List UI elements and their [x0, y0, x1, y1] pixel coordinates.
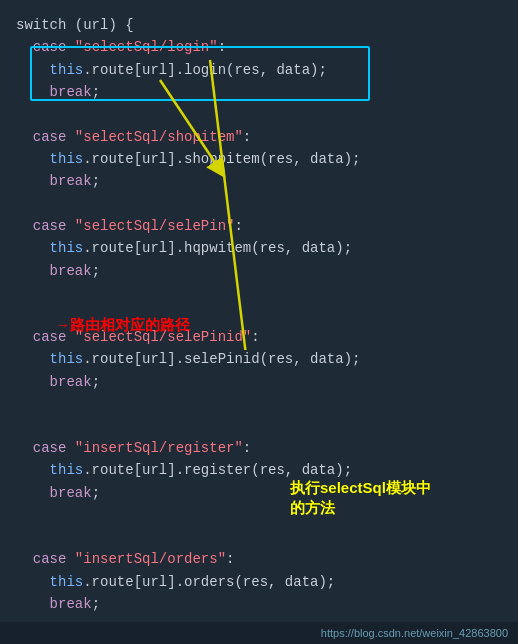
code-line: break;	[16, 482, 502, 504]
code-line	[16, 104, 502, 126]
code-line: this.route[url].hqpwitem(res, data);	[16, 237, 502, 259]
footer-url: https://blog.csdn.net/weixin_42863800	[321, 627, 508, 639]
code-line	[16, 415, 502, 437]
code-line: break;	[16, 170, 502, 192]
code-line: this.route[url].shoppitem(res, data);	[16, 148, 502, 170]
code-line: case "insertSql/orders":	[16, 548, 502, 570]
code-line	[16, 304, 502, 326]
code-line: break;	[16, 81, 502, 103]
code-line	[16, 526, 502, 548]
code-line	[16, 393, 502, 415]
code-line: this.route[url].register(res, data);	[16, 459, 502, 481]
code-line: break;	[16, 371, 502, 393]
code-line: case "selectSql/selePinid":	[16, 326, 502, 348]
code-block: switch (url) { case "selectSql/login": t…	[0, 0, 518, 625]
code-line	[16, 504, 502, 526]
code-line: case "insertSql/register":	[16, 437, 502, 459]
footer-bar: https://blog.csdn.net/weixin_42863800	[0, 622, 518, 644]
code-line	[16, 282, 502, 304]
code-line: this.route[url].login(res, data);	[16, 59, 502, 81]
code-line: switch (url) {	[16, 14, 502, 36]
code-line: break;	[16, 260, 502, 282]
code-line: break;	[16, 593, 502, 615]
code-line: this.route[url].orders(res, data);	[16, 571, 502, 593]
code-line: case "selectSql/login":	[16, 36, 502, 58]
code-line	[16, 193, 502, 215]
code-line: case "selectSql/selePin":	[16, 215, 502, 237]
code-line: this.route[url].selePinid(res, data);	[16, 348, 502, 370]
code-line: case "selectSql/shopitem":	[16, 126, 502, 148]
